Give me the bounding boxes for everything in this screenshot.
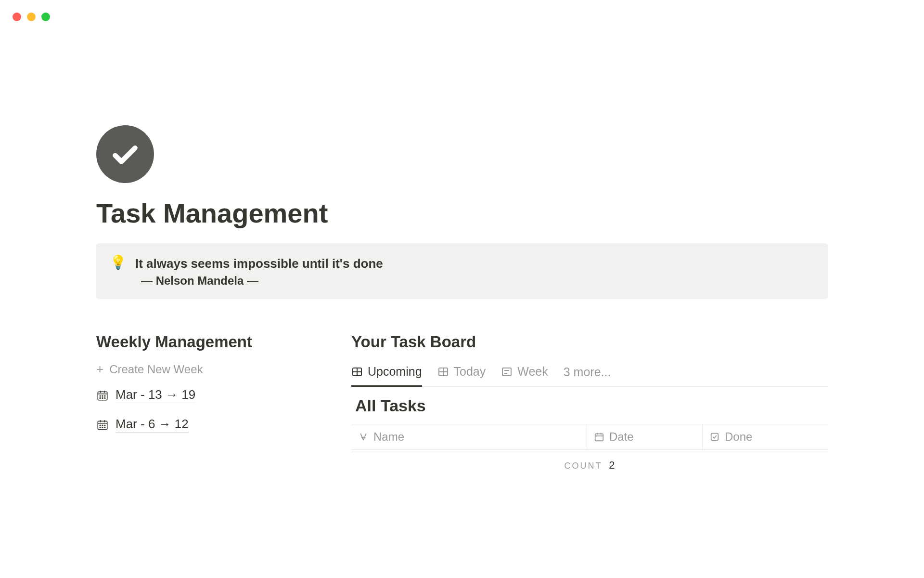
- callout-block[interactable]: 💡 It always seems impossible until it's …: [96, 243, 828, 299]
- svg-point-16: [104, 425, 105, 426]
- callout-author: — Nelson Mandela —: [135, 274, 814, 288]
- list-icon: [501, 366, 513, 378]
- calendar-icon: [96, 419, 109, 431]
- create-week-label: Create New Week: [109, 363, 203, 376]
- svg-point-14: [100, 425, 101, 426]
- table-header: Name Date: [351, 424, 828, 450]
- svg-rect-29: [595, 434, 603, 441]
- weekly-management-section: Weekly Management + Create New Week: [96, 333, 284, 479]
- table-footer: count 2: [351, 451, 828, 479]
- svg-point-7: [100, 397, 101, 398]
- svg-point-19: [104, 427, 105, 428]
- callout-quote: It always seems impossible until it's do…: [135, 255, 814, 272]
- task-board-section: Your Task Board Upcoming: [351, 333, 828, 479]
- week-label: Mar - 13 → 19: [116, 387, 195, 403]
- window-minimize-button[interactable]: [27, 13, 36, 21]
- checkbox-icon: [709, 432, 720, 442]
- week-item[interactable]: Mar - 13 → 19: [96, 387, 284, 403]
- plus-icon: +: [96, 362, 103, 377]
- callout-text: It always seems impossible until it's do…: [135, 255, 814, 288]
- table-icon: [351, 366, 363, 378]
- column-done[interactable]: Done: [703, 424, 828, 449]
- board-tabs: Upcoming Today: [351, 365, 828, 387]
- all-tasks-title: All Tasks: [351, 396, 828, 415]
- column-label: Date: [609, 430, 634, 444]
- column-label: Name: [373, 430, 404, 444]
- week-label: Mar - 6 → 12: [116, 417, 189, 433]
- window-controls: [13, 13, 50, 21]
- lightbulb-icon: 💡: [110, 256, 127, 269]
- tab-upcoming[interactable]: Upcoming: [351, 365, 422, 387]
- column-date[interactable]: Date: [587, 424, 703, 449]
- svg-rect-33: [711, 434, 719, 441]
- tab-week[interactable]: Week: [501, 365, 548, 387]
- page-icon[interactable]: [96, 125, 154, 183]
- svg-point-9: [104, 397, 105, 398]
- column-name[interactable]: Name: [351, 424, 587, 449]
- column-label: Done: [725, 430, 752, 444]
- page-content: Task Management 💡 It always seems imposs…: [0, 0, 924, 479]
- svg-point-8: [102, 397, 103, 398]
- calendar-icon: [96, 389, 109, 402]
- svg-rect-26: [502, 368, 511, 376]
- tab-label: Today: [454, 365, 486, 379]
- more-tabs-button[interactable]: 3 more...: [564, 365, 611, 386]
- table-icon: [437, 366, 449, 378]
- tab-label: Upcoming: [368, 365, 422, 379]
- text-icon: [358, 432, 369, 442]
- svg-point-17: [100, 427, 101, 428]
- svg-point-5: [102, 395, 103, 396]
- window-close-button[interactable]: [13, 13, 21, 21]
- svg-point-6: [104, 395, 105, 396]
- checkmark-icon: [110, 139, 140, 169]
- count-value: 2: [609, 459, 615, 471]
- window-zoom-button[interactable]: [41, 13, 50, 21]
- svg-point-4: [100, 395, 101, 396]
- svg-point-18: [102, 427, 103, 428]
- create-week-button[interactable]: + Create New Week: [96, 362, 284, 377]
- weekly-title: Weekly Management: [96, 333, 284, 351]
- calendar-icon: [594, 432, 604, 442]
- page-title[interactable]: Task Management: [96, 197, 828, 229]
- tab-label: Week: [517, 365, 548, 379]
- tab-today[interactable]: Today: [437, 365, 486, 387]
- week-item[interactable]: Mar - 6 → 12: [96, 417, 284, 433]
- svg-point-15: [102, 425, 103, 426]
- board-title: Your Task Board: [351, 333, 828, 351]
- count-label: count: [565, 461, 603, 471]
- main-layout: Weekly Management + Create New Week: [96, 333, 828, 479]
